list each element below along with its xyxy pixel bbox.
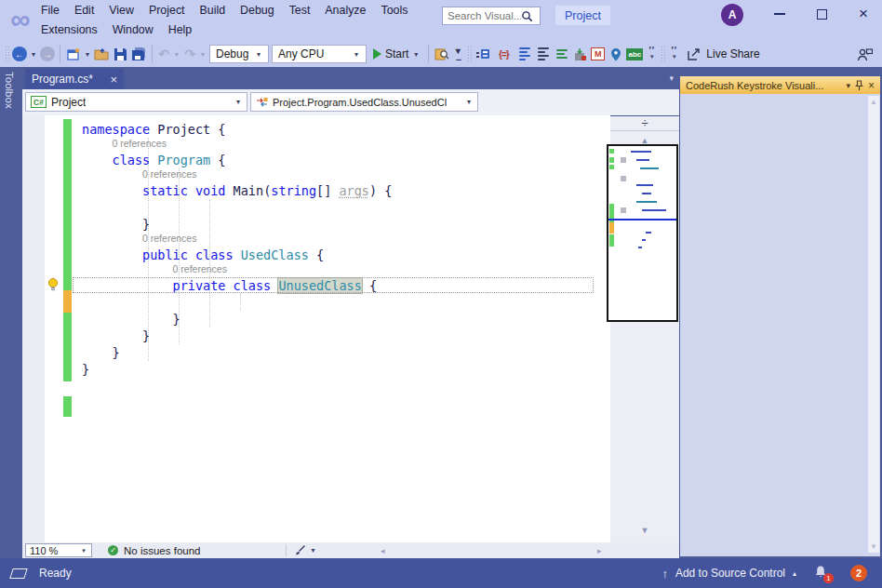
member-dropdown[interactable]: Project.Program.UsedClass.UnusedCl ▾ — [250, 92, 478, 112]
feedback-button[interactable] — [857, 47, 873, 62]
code-line[interactable]: private class UnusedClass { — [82, 277, 610, 294]
redo-button[interactable]: ↷ — [183, 47, 196, 61]
sort-lines-button[interactable] — [516, 47, 532, 62]
chevron-down-icon: ▾ — [465, 98, 473, 106]
new-project-dropdown-icon[interactable]: ▾ — [84, 50, 91, 59]
code-line[interactable] — [82, 294, 610, 311]
issues-status[interactable]: No issues found — [124, 545, 200, 556]
code-line[interactable]: static void Main(string[] args) { — [82, 182, 610, 199]
code-editor[interactable]: namespace Project {0 references class Pr… — [22, 115, 610, 542]
tab-close-icon[interactable]: × — [110, 73, 117, 87]
menu-test[interactable]: Test — [282, 1, 318, 20]
panel-header[interactable]: CodeRush Keystroke Visuali... ▾ × — [680, 76, 880, 94]
scroll-left-icon[interactable]: ◂ — [381, 546, 385, 555]
add-to-source-control-button[interactable]: Add to Source Control — [675, 567, 785, 580]
new-project-button[interactable] — [65, 47, 81, 62]
toolbar-grip[interactable] — [661, 46, 665, 62]
scroll-down-icon[interactable]: ▼ — [868, 542, 879, 551]
toolbox-tab[interactable]: Toolbox — [4, 72, 15, 109]
pin-icon[interactable] — [855, 80, 863, 91]
toggle-quotes-secondary-button[interactable]: '' ▾ — [668, 48, 680, 60]
code-map-preview[interactable] — [607, 144, 678, 322]
scroll-right-icon[interactable]: ▸ — [597, 546, 602, 555]
object-browser-button[interactable] — [474, 47, 490, 62]
codelens-references[interactable]: 0 references — [82, 138, 610, 152]
code-line[interactable]: } — [82, 327, 610, 344]
export-template-button[interactable] — [572, 47, 588, 62]
configuration-dropdown[interactable]: Debug ▾ — [209, 45, 269, 63]
solution-name-button[interactable]: Project — [555, 6, 610, 25]
search-box[interactable] — [442, 7, 541, 25]
code-line[interactable]: } — [82, 344, 610, 361]
menu-file[interactable]: File — [33, 1, 67, 20]
save-button[interactable] — [113, 47, 128, 62]
collapse-region-button[interactable]: ▾ ▁ — [452, 48, 464, 60]
spell-check-button[interactable]: abc — [626, 48, 643, 60]
minimize-button[interactable] — [759, 0, 800, 28]
change-bar-modified — [63, 290, 72, 313]
bookmark-pin-button[interactable] — [608, 47, 623, 62]
toolbar-grip[interactable] — [5, 46, 9, 62]
scroll-down-icon[interactable]: ▼ — [610, 526, 679, 535]
markdown-button[interactable]: M — [591, 47, 605, 60]
undo-button[interactable]: ↶ — [157, 47, 170, 61]
menu-view[interactable]: View — [101, 1, 141, 20]
save-all-button[interactable] — [131, 47, 147, 62]
code-lines[interactable]: namespace Project {0 references class Pr… — [82, 121, 610, 378]
navigate-backward-button[interactable]: ← — [12, 47, 27, 61]
panel-close-icon[interactable]: × — [868, 79, 875, 92]
menu-analyze[interactable]: Analyze — [317, 1, 373, 20]
code-line[interactable]: public class UsedClass { — [82, 247, 610, 263]
undo-dropdown-icon[interactable]: ▾ — [173, 50, 180, 59]
comment-lines-button[interactable] — [554, 47, 569, 62]
start-dropdown-icon[interactable]: ▾ — [412, 50, 420, 59]
quick-actions-lightbulb-icon[interactable] — [47, 277, 60, 292]
toolbar-grip[interactable] — [467, 46, 472, 62]
close-window-button[interactable]: × — [843, 0, 882, 28]
menu-build[interactable]: Build — [193, 1, 234, 20]
code-line[interactable]: class Program { — [82, 152, 610, 168]
menu-edit[interactable]: Edit — [67, 1, 101, 20]
open-file-button[interactable] — [94, 47, 110, 62]
panel-scrollbar[interactable]: ▲ ▼ — [868, 96, 879, 553]
scroll-up-icon[interactable]: ▲ — [868, 98, 879, 106]
menu-debug[interactable]: Debug — [233, 1, 282, 20]
code-line[interactable]: } — [82, 361, 610, 378]
chevron-down-icon: ▾ — [234, 98, 242, 106]
navigate-forward-button[interactable]: → — [40, 47, 55, 61]
open-documents-dropdown-icon[interactable]: ▾ — [669, 74, 674, 83]
start-debugging-button[interactable]: Start ▾ — [369, 47, 423, 60]
editor-splitter-handle[interactable]: ÷ — [610, 116, 679, 131]
find-in-files-button[interactable] — [434, 47, 449, 62]
platform-dropdown[interactable]: Any CPU ▾ — [272, 45, 367, 63]
zoom-dropdown[interactable]: 110 % ▾ — [25, 543, 92, 557]
account-avatar[interactable]: A — [721, 4, 743, 26]
source-control-expand-icon[interactable]: ▴ — [793, 569, 796, 578]
redo-dropdown-icon[interactable]: ▾ — [199, 50, 207, 59]
menu-extensions[interactable]: Extensions — [33, 20, 105, 40]
navigate-backward-dropdown-icon[interactable]: ▾ — [30, 50, 37, 59]
codelens-references[interactable]: 0 references — [82, 263, 610, 277]
panel-dropdown-icon[interactable]: ▾ — [846, 81, 850, 90]
menu-window[interactable]: Window — [105, 20, 161, 40]
toggle-quotes-button[interactable]: '' ▾ — [646, 48, 658, 60]
live-share-button[interactable]: Live Share — [683, 47, 763, 61]
maximize-button[interactable] — [801, 0, 842, 28]
menu-tools[interactable]: Tools — [373, 1, 415, 20]
code-line[interactable] — [82, 199, 610, 216]
notification-count-button[interactable]: 2 — [850, 565, 867, 581]
document-tab-program-cs[interactable]: Program.cs* × — [25, 69, 124, 89]
code-cleanup-button[interactable]: ▾ — [294, 544, 316, 556]
code-line[interactable]: } — [82, 216, 610, 233]
search-input[interactable] — [443, 10, 521, 21]
code-line[interactable]: } — [82, 311, 610, 327]
codelens-references[interactable]: 0 references — [82, 233, 610, 247]
format-lines-button[interactable] — [535, 47, 551, 62]
notifications-bell-button[interactable]: 1 — [813, 565, 830, 581]
code-cleanup-braces-icon[interactable]: {=} — [493, 49, 514, 60]
codelens-references[interactable]: 0 references — [82, 168, 610, 182]
menu-project[interactable]: Project — [141, 1, 193, 20]
code-line[interactable]: namespace Project { — [82, 121, 610, 138]
menu-help[interactable]: Help — [161, 20, 199, 40]
project-dropdown[interactable]: C# Project ▾ — [25, 92, 247, 112]
